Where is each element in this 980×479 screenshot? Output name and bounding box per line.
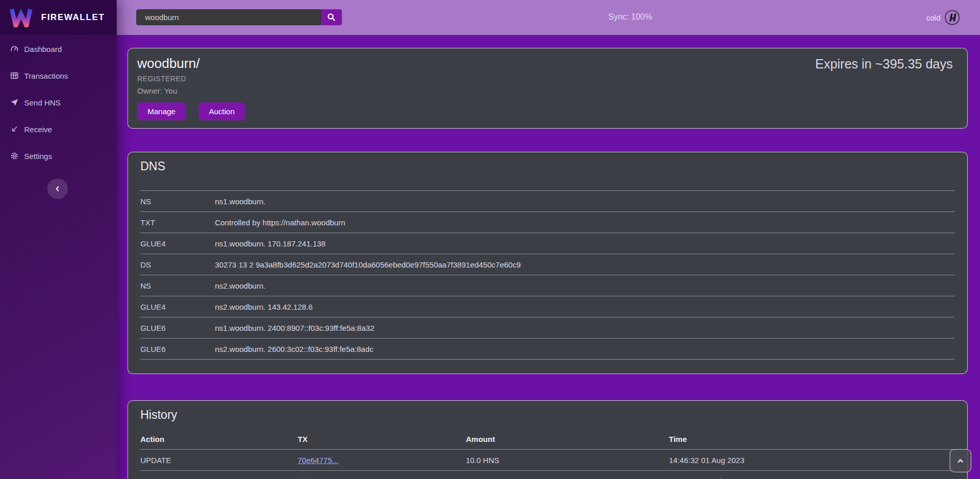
sidebar-item-settings[interactable]: Settings <box>0 143 117 169</box>
history-action: UPDATE <box>140 456 298 465</box>
brand-name: FIREWALLET <box>41 12 105 23</box>
sidebar-item-dashboard[interactable]: Dashboard <box>0 36 117 62</box>
receive-arrow-icon <box>10 125 19 133</box>
gauge-icon <box>10 45 19 53</box>
sidebar-item-send-hns[interactable]: Send HNS <box>0 89 117 116</box>
gear-icon <box>10 152 19 160</box>
dns-record-type: NS <box>140 197 215 206</box>
dns-card-title: DNS <box>140 159 955 173</box>
dns-record-row: NS ns1.woodburn. <box>140 191 955 212</box>
dns-record-value: ns2.woodburn. 143.42.128.6 <box>215 303 955 311</box>
history-col-action: Action <box>140 435 298 443</box>
sidebar-item-label: Receive <box>24 125 52 134</box>
dns-record-value: ns1.woodburn. 170.187.241.138 <box>215 239 955 248</box>
history-col-time: Time <box>669 435 955 443</box>
dns-table: NS ns1.woodburn. TXT Controlled by https… <box>140 190 955 360</box>
chevron-left-icon <box>54 185 61 192</box>
search-input[interactable] <box>136 9 321 25</box>
domain-expiry: Expires in ~395.35 days <box>815 57 953 72</box>
auction-button[interactable]: Auction <box>198 102 245 120</box>
dns-record-value: ns2.woodburn. 2600:3c02::f03c:93ff:fe5a:… <box>215 345 955 353</box>
history-header-row: Action TX Amount Time <box>140 429 955 449</box>
chevron-up-icon <box>956 457 965 465</box>
sidebar-item-transactions[interactable]: Transactions <box>0 62 117 89</box>
search-icon <box>327 13 336 22</box>
history-amount: 10.0 HNS <box>466 456 669 465</box>
dns-record-type: GLUE4 <box>140 239 215 248</box>
dns-record-value: ns1.woodburn. <box>215 197 955 206</box>
dns-record-value: ns1.woodburn. 2400:8907::f03c:93ff:fe5a:… <box>215 324 955 332</box>
domain-status: REGISTERED <box>137 75 958 83</box>
send-icon <box>10 98 19 107</box>
sidebar-collapse-button[interactable] <box>47 179 68 199</box>
sidebar-item-label: Dashboard <box>24 45 62 54</box>
manage-button[interactable]: Manage <box>137 102 186 120</box>
dns-record-value: ns2.woodburn. <box>215 281 955 290</box>
brand: FIREWALLET <box>0 0 117 35</box>
sidebar: FIREWALLET Dashboard Transactions <box>0 0 117 479</box>
dns-record-row: GLUE6 ns1.woodburn. 2400:8907::f03c:93ff… <box>140 317 955 339</box>
search-button[interactable] <box>321 9 342 25</box>
topbar: Sync: 100% cold <box>117 0 980 35</box>
dns-record-row: DS 30273 13 2 9a3a8fb3d625d2a2073d740f10… <box>140 254 955 275</box>
tx-link[interactable]: d7b64c... <box>298 477 330 479</box>
firewallet-logo-icon <box>9 8 33 27</box>
search-group <box>136 9 342 25</box>
dns-record-row: GLUE4 ns2.woodburn. 143.42.128.6 <box>140 296 955 317</box>
history-card: History Action TX Amount Time UPDATE 70e… <box>128 400 968 479</box>
dns-record-type: GLUE6 <box>140 324 215 332</box>
dns-record-row: GLUE6 ns2.woodburn. 2600:3c02::f03c:93ff… <box>140 339 955 360</box>
dns-record-row: TXT Controlled by https://nathan.woodbur… <box>140 212 955 233</box>
history-row: RENEW d7b64c... 10.0 HNS 15:45:36 07 Jul… <box>140 470 955 479</box>
domain-card: woodburn/ REGISTERED Owner: You Manage A… <box>128 48 968 129</box>
history-row: UPDATE 70e64775... 10.0 HNS 14:46:32 01 … <box>140 449 955 470</box>
dns-record-type: TXT <box>140 218 215 227</box>
table-icon <box>10 72 19 80</box>
handshake-logo-icon <box>945 10 960 25</box>
sidebar-item-label: Transactions <box>24 72 68 80</box>
dns-record-type: NS <box>140 281 215 290</box>
history-time: 14:46:32 01 Aug 2023 <box>669 456 955 465</box>
sidebar-item-receive[interactable]: Receive <box>0 116 117 143</box>
wallet-name: cold <box>926 13 940 22</box>
history-time: 15:45:36 07 Jul 2023 <box>669 477 955 479</box>
domain-actions: Manage Auction <box>137 102 958 120</box>
history-col-tx: TX <box>298 435 466 443</box>
dns-record-type: DS <box>140 260 215 269</box>
history-card-title: History <box>140 408 955 422</box>
dns-record-row: NS ns2.woodburn. <box>140 275 955 296</box>
wallet-selector[interactable]: cold <box>926 0 960 35</box>
dns-card: DNS NS ns1.woodburn. TXT Controlled by h… <box>128 152 968 374</box>
history-col-amount: Amount <box>466 435 669 443</box>
sidebar-item-label: Settings <box>24 152 52 161</box>
sidebar-nav: Dashboard Transactions Send HNS <box>0 36 117 169</box>
dns-record-type: GLUE4 <box>140 303 215 311</box>
history-action: RENEW <box>140 477 298 479</box>
scroll-to-top-button[interactable] <box>950 449 971 472</box>
domain-owner: Owner: You <box>137 86 958 95</box>
dns-record-row: GLUE4 ns1.woodburn. 170.187.241.138 <box>140 233 955 254</box>
tx-link[interactable]: 70e64775... <box>298 456 338 465</box>
dns-record-type: GLUE6 <box>140 345 215 353</box>
sidebar-item-label: Send HNS <box>24 98 61 107</box>
dns-record-value: Controlled by https://nathan.woodburn <box>215 218 955 227</box>
history-amount: 10.0 HNS <box>466 477 669 479</box>
dns-record-value: 30273 13 2 9a3a8fb3d625d2a2073d740f10da6… <box>215 260 955 269</box>
sync-status: Sync: 100% <box>608 12 652 22</box>
